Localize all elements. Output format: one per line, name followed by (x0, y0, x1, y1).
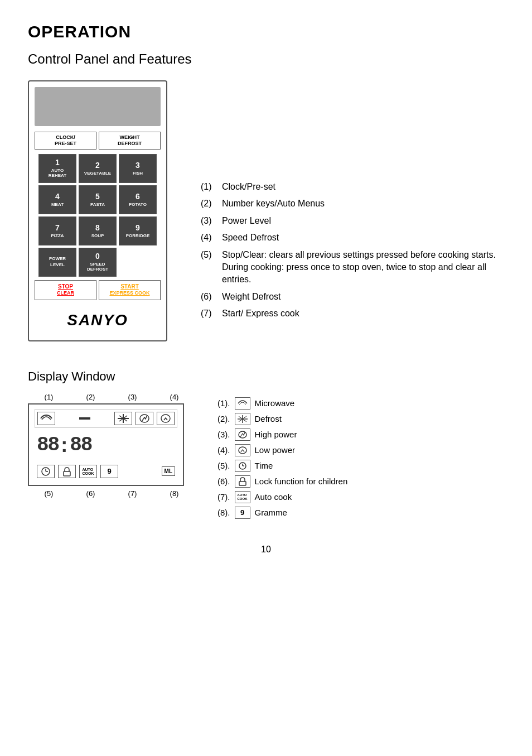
defrost-icon-label (235, 413, 250, 425)
display-window-box: 88 : 88 (28, 403, 184, 486)
low-power-icon (157, 412, 175, 425)
highpower-icon-label (235, 428, 250, 441)
ml-label: ML (162, 466, 175, 476)
gramme-icon: 9 (100, 465, 118, 478)
dw-feature-6: (6). Lock function for children (217, 475, 504, 488)
bar-icon (79, 417, 90, 420)
display-window-section: Display Window (1) (2) (3) (4) (28, 369, 195, 498)
display-window-title: Display Window (28, 369, 195, 384)
dw-bottom-labels: (5) (6) (7) (8) (28, 489, 195, 498)
svg-rect-9 (64, 471, 70, 476)
page-title: OPERATION (28, 22, 504, 41)
button-9-porridge[interactable]: 9 PORRIDGE (119, 216, 157, 245)
num-row-3: 7 PIZZA 8 SOUP 9 PORRIDGE (35, 216, 161, 245)
defrost-icon-display (114, 412, 132, 425)
dw-feature-1: (1). Microwave (217, 397, 504, 410)
button-power-level[interactable]: POWERLEVEL (38, 248, 76, 277)
num-row-1: 1 AUTOREHEAT 2 VEGETABLE 3 FISH (35, 154, 161, 183)
num-row-4: POWERLEVEL 0 SPEEDDEFROST (35, 248, 161, 277)
lock-icon-label (235, 475, 250, 488)
feature-item-6: (6) Weight Defrost (201, 291, 504, 303)
dw-feature-8: (8). 9 Gramme (217, 507, 504, 519)
lowpower-icon-label (235, 444, 250, 456)
microwave-icon (37, 412, 55, 425)
dw-digit-1: 88 (37, 435, 59, 455)
autocook-icon: AUTOCOOK (79, 465, 97, 478)
button-0-speeddefrost[interactable]: 0 SPEEDDEFROST (79, 248, 117, 277)
panel-screen (35, 87, 161, 126)
high-power-icon (136, 412, 153, 425)
start-express-button[interactable]: STARTEXPRESS COOK (99, 280, 161, 300)
button-8-soup[interactable]: 8 SOUP (79, 216, 117, 245)
svg-rect-19 (239, 481, 246, 485)
weight-defrost-button[interactable]: WEIGHTDEFROST (99, 132, 161, 150)
feature-item-1: (1) Clock/Pre-set (201, 181, 504, 193)
dw-feature-4: (4). Low power (217, 444, 504, 456)
feature-item-5: (5) Stop/Clear: clears all previous sett… (201, 249, 504, 286)
time-icon-label (235, 460, 250, 472)
page-number: 10 (28, 545, 504, 555)
num-row-2: 4 MEAT 5 PASTA 6 POTATO (35, 185, 161, 214)
section-title: Control Panel and Features (28, 51, 504, 67)
lock-icon (58, 465, 76, 478)
dw-icons-bottom-row: AUTOCOOK 9 ML (35, 463, 177, 480)
button-2-vegetable[interactable]: 2 VEGETABLE (79, 154, 117, 183)
feature-item-3: (3) Power Level (201, 215, 504, 227)
button-1-autoreheat[interactable]: 1 AUTOREHEAT (38, 154, 76, 183)
dw-digits-row: 88 : 88 (35, 431, 177, 459)
dw-feature-5: (5). Time (217, 460, 504, 472)
button-5-pasta[interactable]: 5 PASTA (79, 185, 117, 214)
dw-icons-top-row (35, 409, 177, 428)
feature-item-7: (7) Start/ Express cook (201, 307, 504, 320)
dw-feature-7: (7). AUTOCOOK Auto cook (217, 491, 504, 503)
dw-digit-2: 88 (70, 435, 91, 455)
microwave-icon-label (235, 397, 250, 410)
stop-clear-button[interactable]: STOPCLEAR (35, 280, 96, 300)
clock-preset-button[interactable]: CLOCK/PRE-SET (35, 132, 96, 150)
feature-item-2: (2) Number keys/Auto Menus (201, 198, 504, 210)
feature-item-4: (4) Speed Defrost (201, 232, 504, 244)
gramme-icon-label: 9 (235, 507, 250, 519)
top-buttons-row: CLOCK/PRE-SET WEIGHTDEFROST (35, 132, 161, 150)
action-buttons-row: STOPCLEAR STARTEXPRESS COOK (35, 280, 161, 300)
svg-point-14 (239, 431, 246, 438)
feature-list: (1) Clock/Pre-set (2) Number keys/Auto M… (201, 181, 504, 325)
dw-colon: : (60, 434, 69, 457)
svg-point-15 (239, 447, 246, 454)
time-icon (37, 465, 55, 478)
button-4-meat[interactable]: 4 MEAT (38, 185, 76, 214)
button-7-pizza[interactable]: 7 PIZZA (38, 216, 76, 245)
display-feature-list: (1). Microwave (2). (217, 397, 504, 522)
button-6-potato[interactable]: 6 POTATO (119, 185, 157, 214)
autocook-icon-label: AUTOCOOK (235, 491, 250, 503)
dw-top-labels: (1) (2) (3) (4) (28, 393, 195, 401)
svg-point-4 (140, 415, 149, 422)
dw-feature-2: (2). Defrost (217, 413, 504, 425)
sanyo-logo: SANYO (35, 300, 161, 335)
dw-feature-3: (3). High power (217, 428, 504, 441)
control-panel: CLOCK/PRE-SET WEIGHTDEFROST 1 AUTOREHEAT… (28, 80, 167, 341)
button-3-fish[interactable]: 3 FISH (119, 154, 157, 183)
